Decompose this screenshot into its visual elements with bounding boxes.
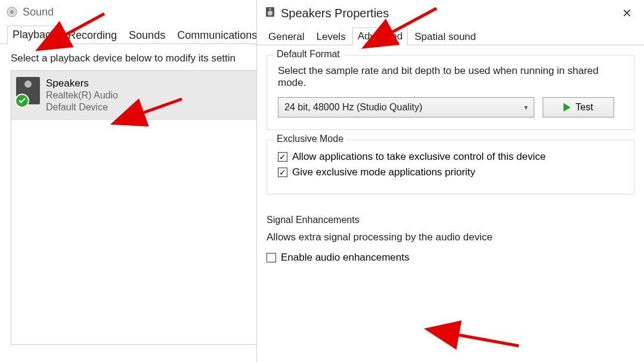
exclusive-control-checkbox[interactable] (278, 152, 287, 162)
device-name: Speakers (46, 77, 118, 89)
exclusive-priority-checkbox[interactable] (278, 168, 287, 177)
signal-enhancements-desc: Allows extra signal processing by the au… (267, 231, 634, 243)
signal-enhancements-legend: Signal Enhancements (267, 215, 634, 225)
tab-levels[interactable]: Levels (311, 28, 351, 45)
sound-title: Sound (23, 6, 54, 18)
exclusive-priority-label: Give exclusive mode applications priorit… (292, 166, 475, 178)
device-speaker-icon (16, 77, 40, 104)
svg-point-1 (10, 10, 14, 14)
default-format-group: Default Format Select the sample rate an… (267, 55, 634, 130)
enable-enhancements-label: Enable audio enhancements (281, 252, 410, 264)
props-tabstrip: General Levels Advanced Spatial sound (257, 26, 644, 45)
props-titlebar: Speakers Properties ✕ (257, 0, 644, 26)
tab-communications[interactable]: Communications (172, 26, 262, 44)
exclusive-mode-legend: Exclusive Mode (273, 134, 347, 144)
tab-advanced[interactable]: Advanced (352, 27, 408, 45)
tab-general[interactable]: General (263, 28, 309, 45)
speaker-icon (264, 6, 276, 21)
device-status: Default Device (46, 101, 118, 113)
exclusive-mode-group: Exclusive Mode Allow applications to tak… (267, 140, 634, 194)
svg-point-3 (268, 11, 273, 16)
play-icon (564, 103, 571, 112)
enable-enhancements-checkbox[interactable] (267, 253, 276, 262)
format-select-value: 24 bit, 48000 Hz (Studio Quality) (284, 102, 422, 113)
tab-playback[interactable]: Playback (7, 26, 61, 44)
exclusive-priority-checkbox-row[interactable]: Give exclusive mode applications priorit… (278, 166, 623, 178)
test-button[interactable]: Test (543, 97, 614, 117)
default-check-icon (15, 94, 29, 108)
svg-point-4 (270, 8, 271, 10)
exclusive-control-checkbox-row[interactable]: Allow applications to take exclusive con… (278, 151, 623, 163)
enable-enhancements-checkbox-row[interactable]: Enable audio enhancements (267, 252, 634, 264)
default-format-desc: Select the sample rate and bit depth to … (278, 65, 623, 89)
tab-recording[interactable]: Recording (63, 26, 122, 44)
close-button[interactable]: ✕ (617, 5, 637, 21)
speakers-properties-window: Speakers Properties ✕ General Levels Adv… (256, 0, 644, 362)
tab-sounds[interactable]: Sounds (123, 26, 171, 44)
format-select[interactable]: 24 bit, 48000 Hz (Studio Quality) ▾ (278, 97, 534, 117)
exclusive-control-label: Allow applications to take exclusive con… (292, 151, 546, 163)
chevron-down-icon: ▾ (524, 103, 528, 112)
tab-spatial-sound[interactable]: Spatial sound (409, 28, 481, 45)
signal-enhancements-group: Signal Enhancements Allows extra signal … (267, 208, 634, 279)
device-driver: Realtek(R) Audio (46, 89, 118, 101)
device-text: Speakers Realtek(R) Audio Default Device (46, 77, 118, 113)
props-title-text: Speakers Properties (281, 7, 389, 20)
test-button-label: Test (575, 102, 593, 113)
default-format-legend: Default Format (273, 49, 343, 60)
speaker-icon (6, 6, 18, 18)
